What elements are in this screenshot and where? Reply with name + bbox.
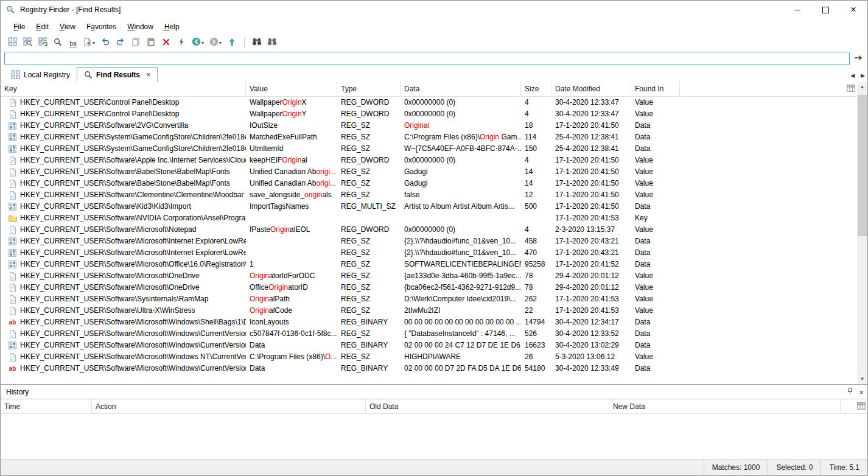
history-column-new-data[interactable]: New Data [609,399,841,413]
menu-file[interactable]: File [8,20,30,33]
table-row[interactable]: HKEY_CURRENT_USER\Control Panel\DesktopW… [1,97,857,108]
column-chooser-icon[interactable] [857,402,866,411]
menu-view[interactable]: View [54,20,81,33]
table-row[interactable]: abHKEY_CURRENT_USER\Software\Microsoft\W… [1,317,857,328]
copy-button[interactable] [130,36,141,49]
find-next-button[interactable] [267,36,278,49]
scroll-down-icon[interactable]: ▼ [857,374,867,384]
table-row[interactable]: HKEY_CURRENT_USER\Software\Microsoft\Int… [1,247,857,259]
date-modified-cell: 17-1-2020 20:41:50 [551,201,631,212]
registry-grid-button[interactable] [7,36,18,49]
rename-button[interactable]: ba [68,36,79,49]
history-column-old-data[interactable]: Old Data [366,399,609,413]
undo-button[interactable] [100,36,111,49]
type-cell: REG_SZ [337,189,401,201]
table-row[interactable]: HKEY_CURRENT_USER\System\GameConfigStore… [1,143,857,155]
table-row[interactable]: HKEY_CURRENT_USER\Control Panel\DesktopW… [1,108,857,120]
grid-sync-button[interactable] [37,36,48,49]
tab-close-icon[interactable]: × [146,71,151,79]
column-header-found-in[interactable]: Found In [631,82,680,96]
column-chooser-icon[interactable] [847,85,855,94]
table-row[interactable]: HKEY_CURRENT_USER\Software\BabelStone\Ba… [1,178,857,189]
table-row[interactable]: HKEY_CURRENT_USER\Software\Microsoft\One… [1,270,857,282]
history-title-bar: History × [1,385,867,399]
forward-button[interactable]: ▾ [209,36,222,49]
key-path: HKEY_CURRENT_USER\Software\Clementine\Cl… [20,189,243,201]
grid-search-button[interactable] [22,36,33,49]
export-icon [83,38,92,48]
value-cell: Unified Canadian Aborigi... [246,178,337,189]
size-cell: 262 [521,293,551,305]
scroll-up-icon[interactable]: ▲ [857,82,867,92]
table-row[interactable]: HKEY_CURRENT_USER\Software\NVIDIA Corpor… [1,212,857,224]
maximize-button[interactable] [811,1,839,19]
history-close-icon[interactable]: × [859,388,864,396]
menu-window[interactable]: Window [122,20,159,33]
table-row[interactable]: abHKEY_CURRENT_USER\Software\Microsoft\W… [1,363,857,374]
address-input[interactable] [4,52,850,65]
tab-find-results[interactable]: Find Results× [77,67,158,82]
table-row[interactable]: HKEY_CURRENT_USER\Software\2VG\Convertil… [1,120,857,131]
table-row[interactable]: HKEY_CURRENT_USER\Software\BabelStone\Ba… [1,166,857,178]
delete-button[interactable] [161,36,172,49]
key-path: HKEY_CURRENT_USER\Software\Apple Inc.\In… [20,155,246,166]
vertical-scrollbar[interactable]: ▲ ▼ [857,82,867,384]
pin-icon[interactable] [847,388,853,397]
back-button[interactable]: ▾ [191,36,205,49]
chevron-down-icon[interactable]: ▾ [219,40,222,46]
string-value-icon [8,180,17,188]
menu-bar: FileEditViewFavoritesWindowHelp [1,19,867,35]
column-header-key[interactable]: Key [1,82,246,96]
table-row[interactable]: HKEY_CURRENT_USER\Software\Microsoft\Win… [1,351,857,363]
value-cell: IOutSize [246,120,337,131]
table-row[interactable]: HKEY_CURRENT_USER\Software\Apple Inc.\In… [1,155,857,166]
minimize-button[interactable] [783,1,811,19]
found-in-cell: Value [631,178,680,189]
chevron-down-icon[interactable]: ▾ [201,40,204,46]
table-row[interactable]: HKEY_CURRENT_USER\Software\Microsoft\Win… [1,340,857,351]
tab-scroll-left-icon[interactable]: ◀ [850,72,855,79]
export-button[interactable]: ▾ [83,36,96,49]
table-row[interactable]: HKEY_CURRENT_USER\Software\Microsoft\Int… [1,236,857,247]
scrollbar-thumb[interactable] [858,95,867,236]
table-row[interactable]: HKEY_CURRENT_USER\Software\Sysinternals\… [1,293,857,305]
column-header-size[interactable]: Size [521,82,551,96]
key-cell: HKEY_CURRENT_USER\Software\Microsoft\Not… [1,224,246,236]
tab-label: Find Results [96,71,140,79]
table-row[interactable]: HKEY_CURRENT_USER\Software\Clementine\Cl… [1,189,857,201]
paste-button[interactable] [145,36,156,49]
table-row[interactable]: HKEY_CURRENT_USER\Software\Microsoft\Off… [1,259,857,270]
tab-scroll-right-icon[interactable]: ▶ [861,72,865,79]
column-header-data[interactable]: Data [401,82,521,96]
menu-edit[interactable]: Edit [30,20,54,33]
key-path: HKEY_CURRENT_USER\System\GameConfigStore… [20,143,246,155]
refresh-button[interactable] [176,36,187,49]
column-header-date-modified[interactable]: Date Modified [551,82,631,96]
tab-local-registry[interactable]: Local Registry [4,67,77,82]
history-column-action[interactable]: Action [92,399,366,413]
menu-favorites[interactable]: Favorites [81,20,122,33]
find-button[interactable] [251,36,262,49]
search-button[interactable] [52,36,63,49]
data-cell: Gadugi [401,166,521,178]
table-row[interactable]: HKEY_CURRENT_USER\Software\Microsoft\Not… [1,224,857,236]
column-header-value[interactable]: Value [246,82,337,96]
column-header-type[interactable]: Type [337,82,401,96]
date-modified-cell: 17-1-2020 20:41:50 [551,178,631,189]
chevron-down-icon[interactable]: ▾ [93,40,95,46]
string-value-icon [8,168,17,177]
close-button[interactable]: × [839,1,867,19]
table-row[interactable]: HKEY_CURRENT_USER\Software\Kid3\Kid3\Imp… [1,201,857,212]
table-row[interactable]: HKEY_CURRENT_USER\Software\Microsoft\Win… [1,328,857,340]
found-in-cell: Value [631,282,680,293]
table-row[interactable]: HKEY_CURRENT_USER\Software\Ultra-X\WinSt… [1,305,857,317]
found-in-cell: Data [631,131,680,143]
history-column-time[interactable]: Time [1,399,92,413]
table-row[interactable]: HKEY_CURRENT_USER\System\GameConfigStore… [1,131,857,143]
redo-button[interactable] [115,36,126,49]
menu-help[interactable]: Help [159,20,185,33]
table-row[interactable]: HKEY_CURRENT_USER\Software\Microsoft\One… [1,282,857,293]
go-button[interactable] [853,53,864,64]
up-button[interactable] [226,36,237,49]
binary-grid-icon [8,133,17,141]
